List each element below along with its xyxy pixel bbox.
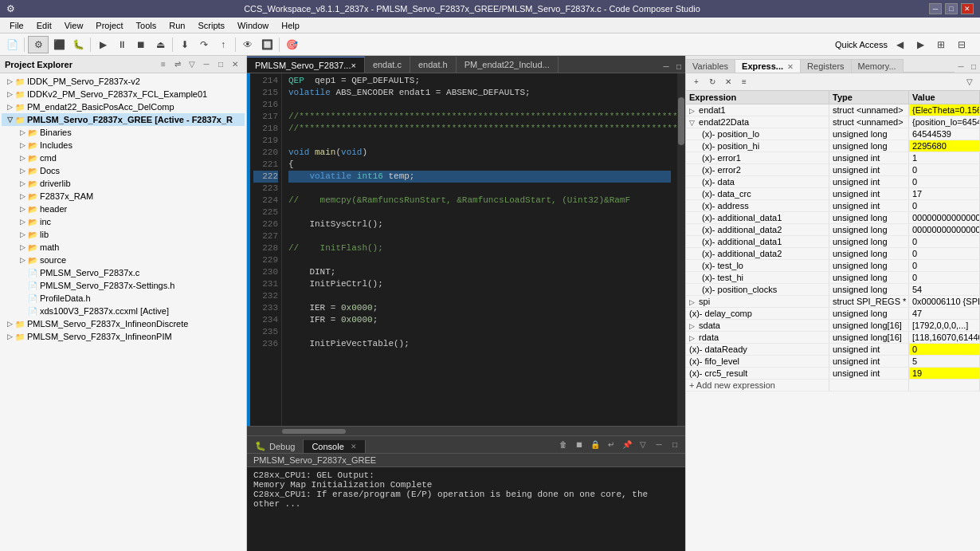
expr-row-crc5-result[interactable]: (x)- crc5_result unsigned int 19 xyxy=(686,368,980,380)
expr-row-spi[interactable]: ▷ spi struct SPI_REGS * 0x00006110 {SPIC… xyxy=(686,296,980,308)
toolbar-watch[interactable]: 👁 xyxy=(239,36,257,53)
toolbar-disconnect[interactable]: ⏏ xyxy=(151,36,169,53)
expr-row-error2[interactable]: (x)- error2 unsigned int 0 xyxy=(686,164,980,176)
tree-item-binaries[interactable]: ▷ 📂 Binaries xyxy=(2,126,245,139)
expr-row-address[interactable]: (x)- address unsigned int 0 xyxy=(686,200,980,212)
expr-row-data-crc[interactable]: (x)- data_crc unsigned int 17 xyxy=(686,188,980,200)
perspective-btn[interactable]: ⊞ xyxy=(932,36,950,53)
expr-row-test-lo[interactable]: (x)- test_lo unsigned long 0 xyxy=(686,260,980,272)
tree-item-includes[interactable]: ▷ 📂 Includes xyxy=(2,139,245,152)
tab-endat-h[interactable]: endat.h xyxy=(410,57,457,73)
expr-collapse-btn[interactable]: ≡ xyxy=(737,75,751,89)
toolbar-step-return[interactable]: ↑ xyxy=(214,36,232,53)
link-editor-btn[interactable]: ⇌ xyxy=(171,58,184,71)
tree-item-f2837xram[interactable]: ▷ 📂 F2837x_RAM xyxy=(2,190,245,203)
console-pin-btn[interactable]: 📌 xyxy=(620,437,634,451)
tab-endat-c[interactable]: endat.c xyxy=(365,57,410,73)
editor-scrollbar-v[interactable] xyxy=(677,73,685,426)
expr-row-dataready[interactable]: (x)- dataReady unsigned int 0 xyxy=(686,344,980,356)
minimize-button[interactable]: ─ xyxy=(929,3,942,14)
tab-registers[interactable]: Registers xyxy=(801,59,851,73)
toolbar-target[interactable]: 🎯 xyxy=(283,36,300,53)
menu-run[interactable]: Run xyxy=(163,19,191,32)
expr-row-add-new[interactable]: + Add new expression xyxy=(686,380,980,392)
tree-item-iddk[interactable]: ▷ 📁 IDDK_PM_Servo_F2837x-v2 xyxy=(2,75,245,88)
console-max-btn[interactable]: □ xyxy=(668,437,682,451)
expr-menu-btn[interactable]: ▽ xyxy=(962,75,977,89)
toolbar-stop[interactable]: ⬛ xyxy=(50,36,68,53)
expr-add-btn[interactable]: + xyxy=(689,75,704,89)
quick-access-btn1[interactable]: ◀ xyxy=(891,36,908,53)
tree-item-pmlsm-h[interactable]: ▷ 📄 PMLSM_Servo_F2837x-Settings.h xyxy=(2,279,245,292)
tree-item-math[interactable]: ▷ 📂 math xyxy=(2,241,245,254)
console-scroll-lock-btn[interactable]: 🔒 xyxy=(588,437,602,451)
panel-maximize-btn[interactable]: □ xyxy=(214,58,227,71)
menu-view[interactable]: View xyxy=(58,19,90,32)
expr-remove-btn[interactable]: ✕ xyxy=(721,75,735,89)
console-menu-btn[interactable]: ▽ xyxy=(636,437,650,451)
expr-row-delay-comp[interactable]: (x)- delay_comp unsigned long 47 xyxy=(686,308,980,320)
tree-item-infineon-pim[interactable]: ▷ 📁 PMLSM_Servo_F2837x_InfineonPIM xyxy=(2,330,245,343)
expr-row-add-data1a[interactable]: (x)- additional_data1 unsigned long 0000… xyxy=(686,212,980,224)
expr-row-fifo-level[interactable]: (x)- fifo_level unsigned int 5 xyxy=(686,356,980,368)
tree-item-pmlsm-c[interactable]: ▷ 📄 PMLSM_Servo_F2837x.c xyxy=(2,266,245,279)
tree-item-pmlsm-active[interactable]: ▽ 📁 PMLSM_Servo_F2837x_GREE [Active - F2… xyxy=(2,113,245,126)
collapse-all-btn[interactable]: ≡ xyxy=(157,58,170,71)
menu-project[interactable]: Project xyxy=(89,19,129,32)
close-button[interactable]: ✕ xyxy=(961,3,974,14)
expr-row-test-hi[interactable]: (x)- test_hi unsigned long 0 xyxy=(686,272,980,284)
toolbar-build[interactable]: ⚙ xyxy=(28,36,49,53)
menu-file[interactable]: File xyxy=(3,19,30,32)
tab-console[interactable]: Console ✕ xyxy=(304,440,365,453)
tree-item-profiledata[interactable]: ▷ 📄 ProfileData.h xyxy=(2,292,245,305)
quick-access-btn2[interactable]: ▶ xyxy=(911,36,929,53)
expr-row-data[interactable]: (x)- data unsigned int 0 xyxy=(686,176,980,188)
tree-item-header[interactable]: ▷ 📂 header xyxy=(2,203,245,215)
menu-edit[interactable]: Edit xyxy=(30,19,58,32)
tree-item-pm[interactable]: ▷ 📁 PM_endat22_BasicPosAcc_DelComp xyxy=(2,100,245,113)
expr-row-sdata[interactable]: ▷ sdata unsigned long[16] [1792,0,0,0,..… xyxy=(686,320,980,332)
tree-item-driverlib[interactable]: ▷ 📂 driverlib xyxy=(2,177,245,190)
tree-item-cmd[interactable]: ▷ 📂 cmd xyxy=(2,152,245,164)
expr-row-add-data1b[interactable]: (x)- additional_data1 unsigned long 0 xyxy=(686,236,980,248)
expr-row-add-data2b[interactable]: (x)- additional_data2 unsigned long 0 xyxy=(686,248,980,260)
maximize-button[interactable]: □ xyxy=(945,3,958,14)
toolbar-terminate[interactable]: ⏹ xyxy=(132,36,150,53)
expr-row-error1[interactable]: (x)- error1 unsigned int 1 xyxy=(686,152,980,164)
menu-window[interactable]: Window xyxy=(231,19,275,32)
tree-item-infineon-discrete[interactable]: ▷ 📁 PMLSM_Servo_F2837x_InfineonDiscrete xyxy=(2,317,245,330)
tab-variables[interactable]: Variables xyxy=(686,59,735,73)
tab-debug[interactable]: 🐛 Debug xyxy=(247,439,304,453)
expr-refresh-btn[interactable]: ↻ xyxy=(705,75,719,89)
console-tab-close[interactable]: ✕ xyxy=(351,443,357,451)
expressions-tab-close[interactable]: ✕ xyxy=(787,63,794,71)
console-min-btn[interactable]: ─ xyxy=(652,437,666,451)
tree-item-source[interactable]: ▷ 📂 source xyxy=(2,254,245,266)
toolbar-debug[interactable]: 🐛 xyxy=(69,36,87,53)
right-panel-max[interactable]: □ xyxy=(967,60,980,73)
layout-btn[interactable]: ⊟ xyxy=(953,36,970,53)
menu-scripts[interactable]: Scripts xyxy=(191,19,231,32)
console-clear-btn[interactable]: 🗑 xyxy=(556,437,570,451)
expr-row-rdata[interactable]: ▷ rdata unsigned long[16] [118,16070,614… xyxy=(686,332,980,344)
expr-row-position-hi[interactable]: (x)- position_hi unsigned long 2295680 xyxy=(686,140,980,152)
editor-maximize-btn[interactable]: □ xyxy=(672,60,685,73)
expr-row-position-clocks[interactable]: (x)- position_clocks unsigned long 54 xyxy=(686,284,980,296)
expr-row-add-data2a[interactable]: (x)- additional_data2 unsigned long 0000… xyxy=(686,224,980,236)
tree-item-docs[interactable]: ▷ 📂 Docs xyxy=(2,164,245,177)
editor-area[interactable]: 214215216217218 219220221222 22322422522… xyxy=(247,73,685,426)
toolbar-run[interactable]: ▶ xyxy=(94,36,112,53)
tab-memory[interactable]: Memory... xyxy=(852,59,904,73)
tree-item-inc[interactable]: ▷ 📂 inc xyxy=(2,215,245,228)
scroll-thumb-h[interactable] xyxy=(282,429,346,434)
panel-close-btn[interactable]: ✕ xyxy=(229,58,241,71)
expr-name-add-new[interactable]: + Add new expression xyxy=(686,380,829,391)
toolbar-new[interactable]: 📄 xyxy=(3,36,21,53)
tab-expressions[interactable]: Express... ✕ xyxy=(735,59,801,73)
tree-item-ccxml[interactable]: ▷ 📄 xds100V3_F2837x.ccxml [Active] xyxy=(2,305,245,317)
console-word-wrap-btn[interactable]: ↵ xyxy=(604,437,618,451)
menu-tools[interactable]: Tools xyxy=(130,19,163,32)
toolbar-step-into[interactable]: ⬇ xyxy=(176,36,194,53)
editor-scrollbar-h[interactable] xyxy=(247,426,685,435)
tree-item-iddkv2[interactable]: ▷ 📁 IDDKv2_PM_Servo_F2837x_FCL_Example01 xyxy=(2,88,245,100)
